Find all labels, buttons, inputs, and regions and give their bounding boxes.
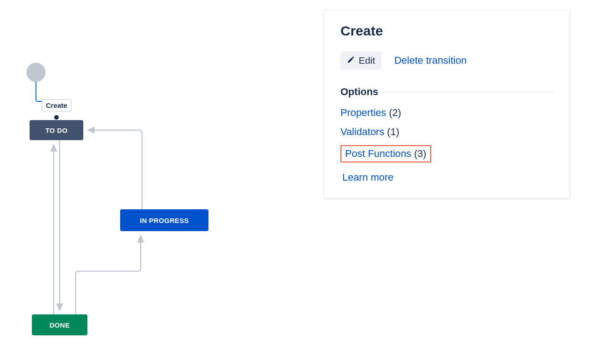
option-properties: Properties (2) [340, 107, 553, 119]
options-divider [385, 91, 553, 92]
transition-entry-dot [54, 115, 59, 120]
status-todo[interactable]: TO DO [30, 120, 83, 140]
status-in-progress[interactable]: IN PROGRESS [120, 209, 208, 231]
options-list: Properties (2) Validators (1) Post Funct… [340, 107, 553, 183]
transition-details-panel: Create Edit Delete transition Options Pr… [324, 10, 570, 198]
status-label: IN PROGRESS [140, 217, 189, 224]
panel-actions: Edit Delete transition [340, 51, 553, 70]
highlight-box: Post Functions (3) [340, 145, 431, 162]
workflow-start-node[interactable] [26, 63, 46, 82]
learn-more-link[interactable]: Learn more [342, 172, 394, 183]
transition-label-text: Create [46, 101, 67, 109]
edit-button[interactable]: Edit [340, 51, 381, 70]
option-count: (2) [389, 107, 401, 118]
option-link[interactable]: Properties [340, 107, 386, 118]
panel-title: Create [340, 23, 553, 39]
option-link[interactable]: Validators [340, 126, 384, 137]
status-label: DONE [50, 321, 70, 329]
delete-transition-link[interactable]: Delete transition [394, 55, 467, 66]
option-validators: Validators (1) [340, 126, 553, 138]
pencil-icon [347, 55, 355, 66]
status-done[interactable]: DONE [32, 314, 87, 335]
canvas: Create TO DO IN PROGRESS DONE Create Edi… [0, 0, 589, 364]
options-header: Options [340, 86, 553, 98]
option-learn-more: Learn more [340, 172, 553, 183]
option-count: (1) [387, 126, 399, 137]
option-post-functions: Post Functions (3) [340, 145, 553, 162]
edit-button-label: Edit [359, 55, 375, 66]
option-count: (3) [414, 148, 427, 159]
status-label: TO DO [46, 126, 68, 134]
option-link[interactable]: Post Functions [345, 148, 411, 159]
options-title: Options [340, 86, 378, 98]
transition-label-create[interactable]: Create [42, 99, 71, 111]
